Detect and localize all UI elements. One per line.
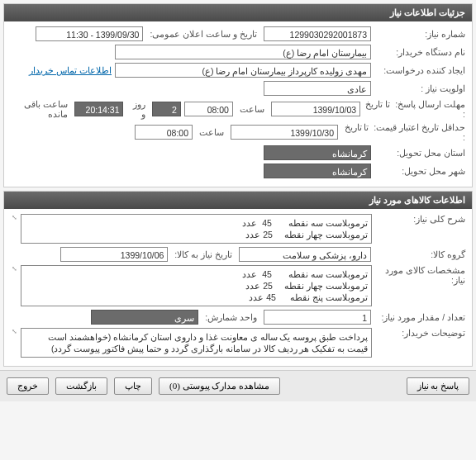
print-button[interactable]: چاپ <box>114 377 152 395</box>
buyer-label: نام دستگاه خریدار: <box>374 47 465 57</box>
min-valid-date-field: 1399/10/30 <box>231 125 338 140</box>
respond-button[interactable]: پاسخ به نیاز <box>407 377 470 395</box>
deadline-time-label: ساعت <box>236 104 268 114</box>
days-remaining-field: 2 <box>152 102 181 116</box>
contact-link[interactable]: اطلاعات تماس خریدار <box>29 65 112 75</box>
row-min-valid: حداقل تاریخ اعتبار قیمت: تا تاریخ : 1399… <box>11 122 465 142</box>
need-no-field: 1299030292001873 <box>264 26 371 41</box>
spec-field: ترموبلاست سه نقطه 45 عدد ترموبلاست چهار … <box>21 265 372 306</box>
qty-field: 1 <box>264 310 371 325</box>
countdown-field: 20:14:31 <box>74 102 123 116</box>
resize-icon[interactable]: ⤡ <box>11 214 17 221</box>
need-details-panel: جزئیات اطلاعات نیاز شماره نیاز: 12990302… <box>3 3 473 187</box>
min-valid-label: حداقل تاریخ اعتبار قیمت: تا تاریخ : <box>341 122 465 142</box>
public-date-label: تاریخ و ساعت اعلان عمومی: <box>146 29 260 39</box>
deadline-time-field: 08:00 <box>184 102 233 116</box>
countdown-label: ساعت باقی مانده <box>11 99 71 119</box>
resize-icon[interactable]: ⤡ <box>11 328 17 334</box>
group-field: دارو، پزشکی و سلامت <box>239 247 371 262</box>
row-priority: اولویت نیاز : عادی <box>11 81 465 96</box>
province-label: استان محل تحویل: <box>374 148 465 158</box>
row-need-no: شماره نیاز: 1299030292001873 تاریخ و ساع… <box>11 26 465 41</box>
row-desc: شرح کلی نیاز: ترموبلاست سه نقطه 45 عدد ت… <box>11 214 465 244</box>
province-field: کرمانشاه <box>264 145 371 160</box>
group-label: گروه کالا: <box>374 249 465 259</box>
row-spec: مشخصات کالای مورد نیاز: ترموبلاست سه نقط… <box>11 265 465 306</box>
city-label: شهر محل تحویل: <box>374 166 465 176</box>
delivery-date-label: تاریخ نیاز به کالا: <box>171 249 236 259</box>
deadline-date-field: 1399/10/03 <box>271 102 360 116</box>
unit-field: سری <box>91 310 198 325</box>
row-qty: تعداد / مقدار مورد نیاز: 1 واحد شمارش: س… <box>11 310 465 325</box>
row-notes: توضیحات خریدار: پرداخت طبق پروسه یک ساله… <box>11 328 465 358</box>
city-field: کرمانشاه <box>264 164 371 178</box>
row-buyer: نام دستگاه خریدار: بیمارستان امام رضا (ع… <box>11 45 465 59</box>
priority-field: عادی <box>264 81 371 96</box>
row-requester: ایجاد کننده درخواست: مهدی زولیده کارپردا… <box>11 63 465 78</box>
attachments-button[interactable]: مشاهده مدارک پیوستی (0) <box>159 377 280 395</box>
row-group: گروه کالا: دارو، پزشکی و سلامت تاریخ نیا… <box>11 247 465 262</box>
requester-field: مهدی زولیده کارپرداز بیمارستان امام رضا … <box>115 63 371 78</box>
min-valid-time-field: 08:00 <box>135 125 193 140</box>
notes-field: پرداخت طبق پروسه یک ساله ی معاونت غذا و … <box>21 328 372 358</box>
row-province: استان محل تحویل: کرمانشاه <box>11 145 465 160</box>
back-button[interactable]: بازگشت <box>55 377 107 395</box>
row-city: شهر محل تحویل: کرمانشاه <box>11 164 465 178</box>
goods-header: اطلاعات کالاهای مورد نیاز <box>4 192 472 209</box>
spec-label: مشخصات کالای مورد نیاز: <box>375 265 465 285</box>
desc-field: ترموبلاست سه نقطه 45 عدد ترموبلاست چهار … <box>21 214 372 244</box>
goods-panel: اطلاعات کالاهای مورد نیاز شرح کلی نیاز: … <box>3 191 473 367</box>
exit-button[interactable]: خروج <box>7 377 49 395</box>
qty-label: تعداد / مقدار مورد نیاز: <box>374 312 465 322</box>
desc-label: شرح کلی نیاز: <box>375 214 465 224</box>
row-deadline: مهلت ارسال پاسخ: تا تاریخ : 1399/10/03 س… <box>11 99 465 119</box>
footer-buttons: پاسخ به نیاز مشاهده مدارک پیوستی (0) چاپ… <box>0 370 476 401</box>
buyer-field: بیمارستان امام رضا (ع) <box>115 45 371 59</box>
priority-label: اولویت نیاز : <box>374 83 465 93</box>
need-details-body: شماره نیاز: 1299030292001873 تاریخ و ساع… <box>4 21 472 187</box>
goods-body: شرح کلی نیاز: ترموبلاست سه نقطه 45 عدد ت… <box>4 209 472 366</box>
requester-label: ایجاد کننده درخواست: <box>374 65 465 75</box>
deadline-label: مهلت ارسال پاسخ: تا تاریخ : <box>364 99 465 119</box>
delivery-date-field: 1399/10/06 <box>60 247 168 262</box>
unit-label: واحد شمارش: <box>202 312 260 322</box>
days-label: روز و <box>126 99 149 119</box>
need-details-header: جزئیات اطلاعات نیاز <box>4 4 472 21</box>
min-valid-time-label: ساعت <box>196 127 227 137</box>
resize-icon[interactable]: ⤡ <box>11 265 17 272</box>
notes-label: توضیحات خریدار: <box>375 328 465 338</box>
public-date-field: 1399/09/30 - 11:30 <box>36 26 143 41</box>
need-no-label: شماره نیاز: <box>374 29 465 39</box>
